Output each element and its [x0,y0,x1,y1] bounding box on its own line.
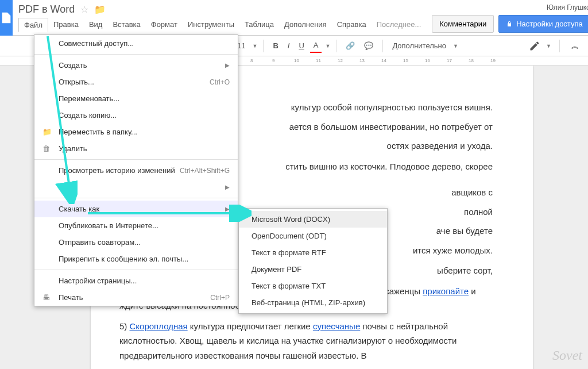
comments-button[interactable]: Комментарии [432,15,494,33]
dd-page-setup[interactable]: Настройки страницы... [34,272,238,289]
chevron-down-icon[interactable]: ▼ [252,43,257,49]
share-label: Настройки доступа [516,20,583,28]
comment-button[interactable]: 💬 [361,39,377,52]
star-icon[interactable]: ☆ [80,4,88,15]
menu-recent: Последнее... [372,18,427,32]
menu-tools[interactable]: Инструменты [183,18,239,32]
menu-edit[interactable]: Правка [48,18,84,32]
italic-button[interactable]: I [284,39,293,52]
docs-logo[interactable] [0,0,13,36]
text-color-button[interactable]: A [310,39,322,53]
pencil-icon[interactable] [529,40,540,52]
folder-icon[interactable]: 📁 [94,4,106,15]
link-supeschanye[interactable]: супесчаные [313,321,360,331]
sm-rtf[interactable]: Текст в формате RTF [239,244,387,261]
print-icon: 🖶 [42,293,52,302]
menu-view[interactable]: Вид [84,18,108,32]
chevron-down-icon[interactable]: ▼ [453,43,458,49]
share-button[interactable]: Настройки доступа [498,15,588,33]
dd-print[interactable]: 🖶ПечатьCtrl+P [34,289,238,306]
user-name[interactable]: Юлия Глушко [547,3,588,11]
underline-button[interactable]: U [295,39,307,52]
menu-format[interactable]: Формат [146,18,183,32]
chevron-right-icon: ▶ [225,184,230,190]
lock-icon [506,21,513,28]
link-skoroplodnaya[interactable]: Скороплодная [130,321,188,331]
chevron-down-icon[interactable]: ▼ [546,43,551,49]
menu-help[interactable]: Справка [332,18,372,32]
menu-insert[interactable]: Вставка [107,18,145,32]
link-button[interactable]: 🔗 [342,39,358,52]
annotation-arrow-2 [85,205,252,222]
collapse-button[interactable]: ︽ [568,39,582,53]
link-prikopaite[interactable]: прикопайте [423,286,469,296]
chevron-right-icon: ▶ [225,62,230,68]
sm-txt[interactable]: Текст в формате TXT [239,278,387,294]
menu-addons[interactable]: Дополнения [279,18,332,32]
sm-pdf[interactable]: Документ PDF [239,261,387,278]
svg-line-0 [48,36,71,195]
menu-table[interactable]: Таблица [239,18,279,32]
bold-button[interactable]: B [269,39,281,52]
annotation-arrow-1 [43,32,78,204]
sm-docx[interactable]: Microsoft Word (DOCX) [239,211,387,228]
more-button[interactable]: Дополнительно [389,39,450,52]
sm-html[interactable]: Веб-страница (HTML, ZIP-архив) [239,294,387,311]
chevron-down-icon[interactable]: ▼ [325,43,330,49]
dd-attach-email[interactable]: Прикрепить к сообщению эл. почты... [34,251,238,267]
watermark: Sovet [552,348,582,363]
sm-odt[interactable]: OpenDocument (ODT) [239,228,387,244]
menu-file[interactable]: Файл [18,18,48,32]
doc-title[interactable]: PDF в Word [18,3,75,16]
dd-send-collab[interactable]: Отправить соавторам... [34,234,238,251]
download-submenu: Microsoft Word (DOCX) OpenDocument (ODT)… [238,208,388,314]
